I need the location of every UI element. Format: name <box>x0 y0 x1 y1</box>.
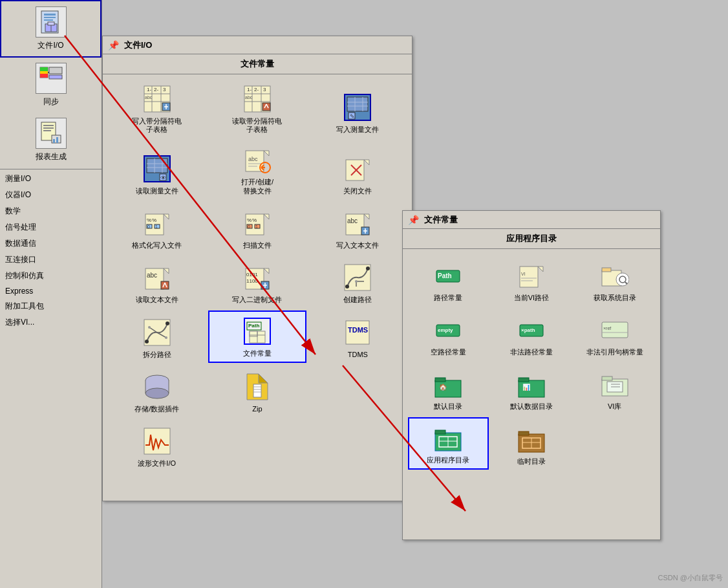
sidebar-item-math[interactable]: 数学 <box>0 203 102 219</box>
item-invalid-ref[interactable]: ×ref 非法引用句柄常量 <box>574 309 655 360</box>
item-temp-dir[interactable]: 临时目录 <box>491 417 572 470</box>
sidebar-item-control-sim[interactable]: 控制和仿真 <box>0 268 102 284</box>
item-default-dir[interactable]: 🏠 默认目录 <box>408 363 489 415</box>
item-waveform-io[interactable]: 波形文件I/O <box>108 420 206 472</box>
item-read-meas[interactable]: 👁 读取测量文件 <box>108 140 206 199</box>
pin-icon-2: 📌 <box>408 215 419 225</box>
item-close-file[interactable]: 关闭文件 <box>309 140 407 199</box>
item-open-replace[interactable]: abc 打开/创建/替换文件 <box>208 140 306 199</box>
item-file-const[interactable]: Path 文件常量 <box>208 310 306 363</box>
svg-point-123 <box>145 340 149 343</box>
panel-file-io-title: 文件I/O <box>124 39 152 51</box>
svg-point-121 <box>355 280 358 283</box>
sidebar-item-select-vi[interactable]: 选择VI... <box>0 314 102 331</box>
read-meas-label: 读取测量文件 <box>136 187 178 195</box>
invalid-path-label: 非法路径常量 <box>510 348 553 356</box>
vi-lib-icon <box>599 369 630 400</box>
item-app-dir[interactable]: 应用程序目录 <box>408 417 489 470</box>
item-write-spreadsheet[interactable]: 1- 2- 3 abc 写入带分隔符电子表格 <box>108 80 206 138</box>
current-vi-path-label: 当前VI路径 <box>514 294 549 302</box>
sidebar-item-signal[interactable]: 信号处理 <box>0 219 102 235</box>
read-text-label: 读取文本文件 <box>136 296 178 304</box>
svg-text:abc: abc <box>248 156 258 162</box>
svg-text:🏠: 🏠 <box>439 383 447 391</box>
svg-marker-143 <box>259 374 268 383</box>
item-read-text[interactable]: abc 读取文本文件 <box>108 256 206 308</box>
sidebar-item-file-io[interactable]: 文件I/O <box>0 0 102 58</box>
svg-point-124 <box>166 321 169 325</box>
panel-file-const-grid: Path 路径常量 VI 当前VI路径 <box>403 249 660 475</box>
split-path-label: 拆分路径 <box>143 351 171 359</box>
report-icon <box>36 118 67 149</box>
svg-text:0: 0 <box>248 224 250 229</box>
svg-text:empty: empty <box>438 327 453 333</box>
item-current-vi-path[interactable]: VI 当前VI路径 <box>491 254 572 306</box>
panel-file-io-section: 文件常量 <box>103 54 412 74</box>
waveform-io-icon <box>142 426 173 457</box>
system-dir-icon <box>599 260 630 291</box>
item-path-const[interactable]: Path 路径常量 <box>408 254 489 306</box>
split-path-icon <box>142 317 173 348</box>
sidebar: 文件I/O 同步 <box>0 0 102 588</box>
svg-point-117 <box>345 285 349 289</box>
item-write-binary[interactable]: 0101 1100 写入二进制文件 <box>208 256 306 308</box>
svg-rect-8 <box>40 67 48 71</box>
svg-text:×path: ×path <box>521 327 535 333</box>
sidebar-item-report[interactable]: 报表生成 <box>0 113 102 168</box>
current-vi-path-icon: VI <box>516 260 547 291</box>
item-vi-lib[interactable]: VI库 <box>574 363 655 415</box>
item-invalid-path[interactable]: ×path 非法路径常量 <box>491 309 572 360</box>
item-split-path[interactable]: 拆分路径 <box>108 310 206 363</box>
item-format-write[interactable]: % % 0 1 格式化写入文件 <box>108 202 206 254</box>
item-create-path[interactable]: 创建路径 <box>309 256 407 308</box>
item-tdms[interactable]: TDMS TDMS <box>309 310 407 363</box>
write-text-icon: abc <box>342 208 373 239</box>
read-text-icon: abc <box>142 262 173 293</box>
temp-dir-label: 临时目录 <box>517 457 546 466</box>
pin-icon: 📌 <box>108 40 119 50</box>
item-write-text[interactable]: abc 写入文本文件 <box>309 202 407 254</box>
svg-rect-46 <box>347 97 368 111</box>
create-path-label: 创建路径 <box>343 296 372 304</box>
write-meas-icon: ✎ <box>342 92 373 123</box>
sidebar-item-label-sync: 同步 <box>43 96 59 107</box>
default-data-dir-label: 默认数据目录 <box>510 402 553 411</box>
svg-point-140 <box>145 388 169 398</box>
sidebar-item-measure-io[interactable]: 测量I/O <box>0 171 102 187</box>
item-storage[interactable]: 存储/数据插件 <box>108 365 206 417</box>
sidebar-item-addon[interactable]: 附加工具包 <box>0 298 102 314</box>
sidebar-divider <box>0 169 102 169</box>
system-dir-label: 获取系统目录 <box>594 294 636 302</box>
default-dir-icon: 🏠 <box>433 369 464 400</box>
svg-text:0101: 0101 <box>246 272 258 278</box>
svg-rect-133 <box>250 331 257 336</box>
item-empty-path[interactable]: empty 空路径常量 <box>408 309 489 360</box>
create-path-icon <box>342 262 373 293</box>
write-meas-label: 写入测量文件 <box>336 125 379 134</box>
format-write-label: 格式化写入文件 <box>132 241 182 250</box>
item-scan-file[interactable]: % % 0 1 扫描文件 <box>208 202 306 254</box>
svg-text:abc: abc <box>245 95 253 100</box>
item-read-spreadsheet[interactable]: 1- 2- 3 abc 读取带分隔符电子表格 <box>208 80 306 138</box>
file-const-icon: Path <box>242 316 273 347</box>
sidebar-item-express[interactable]: Express <box>0 284 102 298</box>
sidebar-item-data-comm[interactable]: 数据通信 <box>0 235 102 252</box>
svg-text:TDMS: TDMS <box>348 326 368 334</box>
item-write-meas[interactable]: ✎ 写入测量文件 <box>309 80 407 138</box>
svg-text:✎: ✎ <box>350 113 355 120</box>
invalid-ref-icon: ×ref <box>599 314 630 345</box>
item-system-dir[interactable]: 获取系统目录 <box>574 254 655 306</box>
item-zip[interactable]: Zip <box>208 365 306 417</box>
svg-text:abc: abc <box>147 272 157 279</box>
default-data-dir-icon: 📊 <box>516 369 547 400</box>
sidebar-item-instrument-io[interactable]: 仪器I/O <box>0 187 102 203</box>
scan-file-icon: % % 0 1 <box>242 208 273 239</box>
svg-point-118 <box>366 267 370 270</box>
svg-text:%: % <box>147 217 151 223</box>
sidebar-item-interconnect[interactable]: 互连接口 <box>0 252 102 268</box>
read-meas-icon: 👁 <box>142 153 173 184</box>
svg-rect-71 <box>346 160 364 180</box>
item-default-data-dir[interactable]: 📊 默认数据目录 <box>491 363 572 415</box>
sidebar-item-sync[interactable]: 同步 <box>0 58 102 113</box>
path-const-label: 路径常量 <box>434 294 462 302</box>
